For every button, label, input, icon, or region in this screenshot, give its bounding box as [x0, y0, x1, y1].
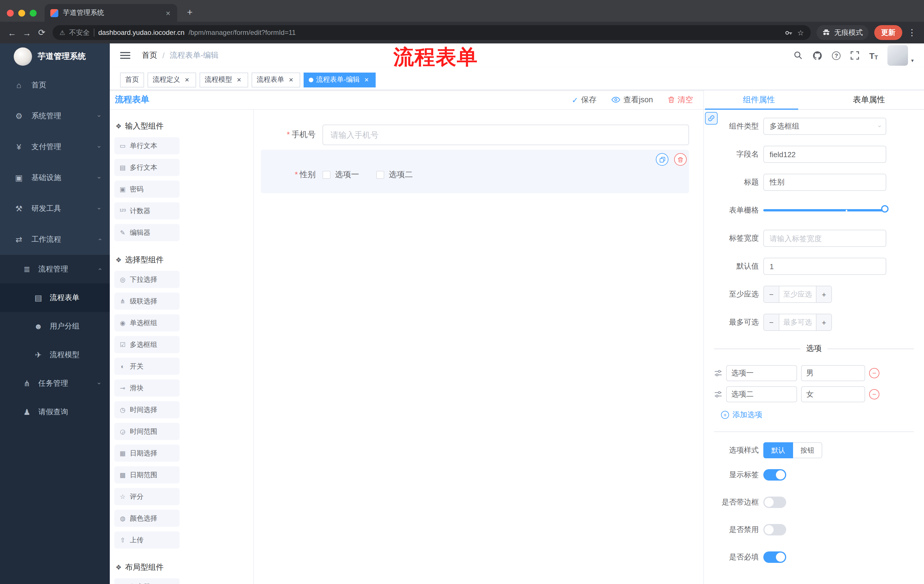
- hamburger-icon[interactable]: [120, 52, 130, 59]
- reload-button[interactable]: ⟳: [34, 25, 49, 40]
- close-icon[interactable]: ×: [183, 76, 191, 84]
- user-avatar[interactable]: [888, 45, 908, 66]
- increase-button[interactable]: +: [816, 286, 832, 302]
- drag-handle-icon[interactable]: [714, 369, 722, 377]
- component-item-rate[interactable]: ☆评分: [114, 488, 180, 505]
- sidebar-logo[interactable]: 芋道管理系统: [0, 43, 110, 70]
- show-label-switch[interactable]: [763, 469, 786, 480]
- font-size-icon[interactable]: TT: [869, 51, 878, 60]
- component-type-select[interactable]: 多选框组 ›: [763, 118, 886, 135]
- window-minimize-button[interactable]: [18, 10, 25, 16]
- save-button[interactable]: ✓ 保存: [572, 95, 597, 105]
- close-icon[interactable]: ×: [287, 76, 295, 84]
- component-item-date-range[interactable]: ▩日期范围: [114, 466, 180, 484]
- component-item-radio-group[interactable]: ◉单选框组: [114, 314, 180, 331]
- delete-component-button[interactable]: [674, 153, 687, 166]
- drag-handle-icon[interactable]: [714, 390, 722, 398]
- title-input[interactable]: [763, 174, 886, 191]
- form-canvas[interactable]: 手机号: [254, 110, 703, 584]
- forward-button[interactable]: →: [20, 25, 34, 40]
- tag-process-model[interactable]: 流程模型 ×: [200, 72, 248, 87]
- browser-menu-icon[interactable]: ⋮: [907, 28, 917, 38]
- component-item-time-range[interactable]: ◶时间范围: [114, 423, 180, 440]
- component-item-counter[interactable]: ¹²³计数器: [114, 202, 180, 219]
- slider-track[interactable]: [763, 209, 886, 211]
- sidebar-item-infrastructure[interactable]: ▣ 基础设施 ›: [0, 162, 110, 193]
- component-item-textarea[interactable]: ▤多行文本: [114, 159, 180, 176]
- field-name-input[interactable]: [763, 146, 886, 163]
- default-value-input[interactable]: [763, 258, 886, 275]
- view-json-button[interactable]: 查看json: [611, 95, 653, 105]
- bookmark-star-icon[interactable]: ☆: [797, 28, 804, 37]
- help-icon[interactable]: ?: [832, 51, 840, 60]
- copy-component-button[interactable]: [656, 153, 668, 166]
- component-item-slider[interactable]: ⊸滑块: [114, 380, 180, 396]
- grid-slider[interactable]: [763, 202, 886, 219]
- option-label-input[interactable]: [726, 365, 797, 381]
- component-item-upload[interactable]: ⇧上传: [114, 531, 180, 549]
- disabled-switch[interactable]: [763, 524, 786, 535]
- window-zoom-button[interactable]: [30, 10, 36, 16]
- add-option-button[interactable]: + 添加选项: [721, 410, 924, 420]
- component-item-password[interactable]: ▣密码: [114, 181, 180, 198]
- component-item-single-text[interactable]: ▭单行文本: [114, 137, 180, 154]
- decrease-button[interactable]: −: [764, 314, 779, 330]
- gender-option-2[interactable]: 选项二: [376, 170, 413, 180]
- phone-input[interactable]: [322, 125, 689, 145]
- component-item-checkbox-group[interactable]: ☑多选框组: [114, 336, 180, 353]
- sidebar-item-system[interactable]: ⚙ 系统管理 ›: [0, 100, 110, 132]
- tab-component-props[interactable]: 组件属性: [704, 90, 814, 109]
- tab-form-props[interactable]: 表单属性: [814, 90, 924, 109]
- component-item-row-container[interactable]: ◫行容器: [114, 578, 180, 584]
- option-value-input[interactable]: [801, 386, 865, 402]
- selected-component-block[interactable]: 性别 选项一 选项二: [261, 150, 689, 193]
- close-icon[interactable]: ×: [235, 76, 243, 84]
- tag-process-form-edit[interactable]: 流程表单-编辑 ×: [304, 72, 376, 87]
- option-label-input[interactable]: [726, 386, 797, 402]
- checkbox-icon[interactable]: [322, 171, 330, 179]
- checkbox-icon[interactable]: [376, 171, 384, 179]
- close-icon[interactable]: ×: [363, 76, 371, 84]
- github-icon[interactable]: [812, 51, 822, 60]
- remove-option-button[interactable]: −: [869, 368, 879, 378]
- sidebar-item-payment[interactable]: ¥ 支付管理 ›: [0, 132, 110, 162]
- slider-handle[interactable]: [881, 205, 889, 212]
- style-default-button[interactable]: 默认: [763, 442, 793, 458]
- tag-process-form[interactable]: 流程表单 ×: [252, 72, 300, 87]
- component-item-select[interactable]: ◎下拉选择: [114, 271, 180, 288]
- min-select-value[interactable]: 至少应选: [779, 286, 816, 302]
- component-item-color-picker[interactable]: ◍颜色选择: [114, 510, 180, 527]
- sidebar-item-leave-query[interactable]: ♟ 请假查询: [0, 398, 110, 426]
- label-width-input[interactable]: [763, 230, 886, 247]
- sidebar-item-workflow[interactable]: ⇄ 工作流程 ›: [0, 224, 110, 255]
- remove-option-button[interactable]: −: [869, 389, 879, 400]
- browser-update-button[interactable]: 更新: [874, 25, 902, 40]
- component-item-time-picker[interactable]: ◷时间选择: [114, 401, 180, 418]
- fullscreen-icon[interactable]: [850, 51, 860, 60]
- clear-button[interactable]: 清空: [668, 95, 693, 105]
- back-button[interactable]: ←: [5, 25, 20, 40]
- component-item-date-picker[interactable]: ▦日期选择: [114, 444, 180, 462]
- phone-field-row[interactable]: 手机号: [261, 125, 689, 145]
- tab-close-icon[interactable]: ×: [163, 8, 173, 17]
- component-item-editor[interactable]: ✎编辑器: [114, 224, 180, 241]
- style-button-button[interactable]: 按钮: [793, 442, 822, 458]
- address-bar[interactable]: ⚠ 不安全 dashboard.yudao.iocoder.cn /bpm/ma…: [53, 25, 811, 40]
- sidebar-item-task-management[interactable]: ⋔ 任务管理 ›: [0, 369, 110, 398]
- sidebar-item-home[interactable]: ⌂ 首页: [0, 70, 110, 100]
- decrease-button[interactable]: −: [764, 286, 779, 302]
- max-select-value[interactable]: 最多可选: [779, 314, 816, 330]
- sidebar-item-user-group[interactable]: ☻ 用户分组: [0, 312, 110, 341]
- new-tab-button[interactable]: +: [183, 7, 197, 18]
- component-item-cascader[interactable]: ⋔级联选择: [114, 293, 180, 310]
- component-item-switch[interactable]: ◐开关: [114, 358, 180, 375]
- gender-option-1[interactable]: 选项一: [322, 170, 359, 180]
- tag-home[interactable]: 首页: [120, 72, 144, 87]
- increase-button[interactable]: +: [816, 314, 832, 330]
- browser-tab[interactable]: 芋道管理系统 ×: [45, 4, 177, 22]
- password-key-icon[interactable]: [785, 28, 794, 37]
- required-switch[interactable]: [763, 551, 786, 563]
- window-close-button[interactable]: [7, 10, 14, 16]
- sidebar-item-process-form[interactable]: ▤ 流程表单: [0, 283, 110, 312]
- sidebar-item-process-model[interactable]: ✈ 流程模型: [0, 341, 110, 369]
